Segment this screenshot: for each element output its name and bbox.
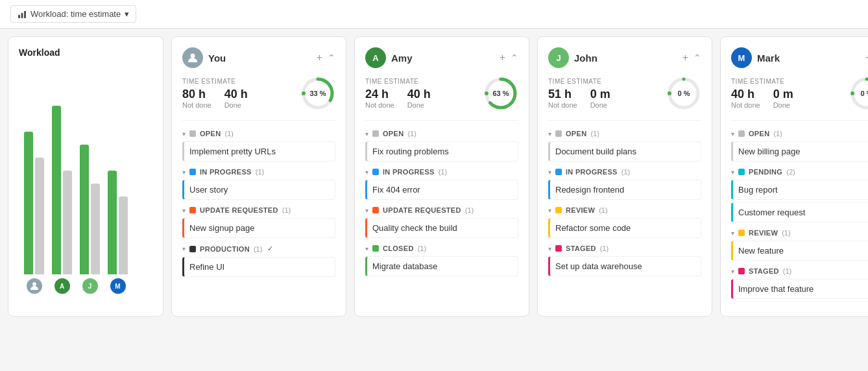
avatar-mark: M bbox=[731, 47, 752, 68]
person-header-amy: AAmy+⌃ bbox=[365, 47, 518, 68]
person-name-amy: Amy bbox=[391, 53, 413, 64]
status-header-update_requested[interactable]: ▾UPDATE REQUESTED(1) bbox=[365, 206, 518, 214]
done-label-you: Done bbox=[224, 101, 248, 109]
status-header-staged[interactable]: ▾STAGED(1) bbox=[731, 267, 868, 275]
status-name-staged: STAGED bbox=[566, 245, 596, 252]
header-actions-amy: +⌃ bbox=[500, 52, 518, 64]
status-group-review: ▾REVIEW(1)Refactor some code bbox=[548, 206, 701, 238]
status-groups-john: ▾OPEN(1)Document build plans▾IN PROGRESS… bbox=[548, 130, 701, 276]
status-count-open: (1) bbox=[407, 130, 416, 138]
status-name-update_requested: UPDATE REQUESTED bbox=[383, 206, 461, 214]
task-item[interactable]: Customer request bbox=[731, 202, 868, 222]
status-name-production: PRODUCTION bbox=[200, 245, 250, 253]
bar-stack-mark bbox=[108, 171, 128, 274]
task-item[interactable]: Redesign frontend bbox=[548, 180, 701, 200]
status-header-closed[interactable]: ▾CLOSED(1) bbox=[365, 245, 518, 252]
status-chevron-closed: ▾ bbox=[365, 245, 368, 252]
task-item[interactable]: Set up data warehouse bbox=[548, 256, 701, 276]
svg-point-4 bbox=[191, 54, 195, 58]
status-group-open: ▾OPEN(1)Document build plans bbox=[548, 130, 701, 162]
collapse-col-john[interactable]: ⌃ bbox=[693, 53, 701, 63]
task-item[interactable]: Refine UI bbox=[182, 257, 335, 277]
persons-container: You+⌃TIME ESTIMATE80 hNot done40 hDone 3… bbox=[171, 36, 868, 317]
not-done-value-john: 51 h bbox=[548, 88, 577, 101]
task-name: New feature bbox=[738, 246, 784, 256]
status-header-open[interactable]: ▾OPEN(1) bbox=[182, 130, 335, 138]
status-dot-production bbox=[189, 246, 196, 252]
task-item[interactable]: Refactor some code bbox=[548, 218, 701, 238]
collapse-col-you[interactable]: ⌃ bbox=[328, 53, 335, 63]
done-value-john: 0 m bbox=[590, 88, 610, 101]
status-name-closed: CLOSED bbox=[383, 245, 414, 252]
status-group-in_progress: ▾IN PROGRESS(1)Fix 404 error bbox=[365, 168, 518, 200]
status-group-update_requested: ▾UPDATE REQUESTED(1)Quality check the bu… bbox=[365, 206, 518, 238]
time-stats-amy: TIME ESTIMATE24 hNot done40 hDone bbox=[365, 78, 431, 109]
status-dot-open bbox=[189, 130, 196, 137]
status-header-in_progress[interactable]: ▾IN PROGRESS(1) bbox=[548, 168, 701, 176]
workload-button[interactable]: Workload: time estimate ▾ bbox=[10, 5, 136, 23]
status-count-open: (1) bbox=[773, 130, 782, 138]
task-name: Fix 404 error bbox=[372, 185, 420, 195]
avatar-john: J bbox=[548, 47, 569, 68]
task-item[interactable]: New billing page bbox=[731, 141, 868, 162]
task-item[interactable]: Fix routing problems bbox=[365, 141, 518, 162]
collapse-col-amy[interactable]: ⌃ bbox=[511, 53, 518, 63]
not-done-value-mark: 40 h bbox=[731, 88, 760, 101]
add-task-mark[interactable]: + bbox=[865, 52, 868, 64]
task-item[interactable]: User story bbox=[182, 180, 335, 200]
status-group-review: ▾REVIEW(1)New feature bbox=[731, 229, 868, 261]
add-task-john[interactable]: + bbox=[682, 52, 688, 64]
svg-point-16 bbox=[850, 91, 854, 95]
task-item[interactable]: Improve that feature bbox=[731, 279, 868, 299]
task-name: Document build plans bbox=[555, 147, 636, 156]
svg-rect-0 bbox=[18, 15, 20, 18]
status-header-pending[interactable]: ▾PENDING(2) bbox=[731, 168, 868, 176]
header-actions-you: +⌃ bbox=[317, 52, 335, 64]
task-item[interactable]: Implement pretty URLs bbox=[182, 141, 335, 162]
donut-you: 33 % bbox=[300, 76, 335, 111]
workload-panel: Workload AJM bbox=[8, 36, 163, 317]
status-header-open[interactable]: ▾OPEN(1) bbox=[365, 130, 518, 138]
chart-avatar-you bbox=[27, 278, 42, 294]
done-label-john: Done bbox=[590, 101, 610, 109]
status-chevron-in_progress: ▾ bbox=[182, 169, 186, 176]
status-name-review: REVIEW bbox=[749, 229, 778, 237]
status-header-open[interactable]: ▾OPEN(1) bbox=[548, 130, 701, 138]
task-item[interactable]: Quality check the build bbox=[365, 218, 518, 238]
status-chevron-production: ▾ bbox=[182, 245, 186, 252]
task-item[interactable]: New feature bbox=[731, 241, 868, 261]
status-dot-in_progress bbox=[189, 169, 196, 175]
status-header-update_requested[interactable]: ▾UPDATE REQUESTED(1) bbox=[182, 206, 335, 214]
status-header-in_progress[interactable]: ▾IN PROGRESS(1) bbox=[182, 168, 335, 176]
task-item[interactable]: New signup page bbox=[182, 218, 335, 238]
not-done-label-mark: Not done bbox=[731, 101, 760, 109]
time-stats-you: TIME ESTIMATE80 hNot done40 hDone bbox=[182, 78, 248, 109]
status-chevron-staged: ▾ bbox=[731, 268, 734, 275]
status-name-in_progress: IN PROGRESS bbox=[200, 168, 252, 176]
status-header-review[interactable]: ▾REVIEW(1) bbox=[731, 229, 868, 237]
status-group-in_progress: ▾IN PROGRESS(1)User story bbox=[182, 168, 335, 200]
add-task-amy[interactable]: + bbox=[500, 52, 505, 64]
status-header-staged[interactable]: ▾STAGED(1) bbox=[548, 245, 701, 252]
task-name: Implement pretty URLs bbox=[189, 147, 276, 156]
avatar-you bbox=[182, 47, 203, 68]
status-group-open: ▾OPEN(1)Implement pretty URLs bbox=[182, 130, 335, 162]
add-task-you[interactable]: + bbox=[317, 52, 322, 64]
status-count-update_requested: (1) bbox=[282, 206, 291, 214]
gray-bar-amy bbox=[63, 171, 72, 274]
status-header-production[interactable]: ▾PRODUCTION(1)✓ bbox=[182, 245, 335, 253]
status-header-open[interactable]: ▾OPEN(1) bbox=[731, 130, 868, 138]
task-item[interactable]: Migrate database bbox=[365, 256, 518, 276]
chart-area: AJM bbox=[19, 66, 152, 299]
status-count-production: (1) bbox=[254, 245, 262, 253]
status-chevron-update_requested: ▾ bbox=[365, 207, 368, 214]
person-col-amy: AAmy+⌃TIME ESTIMATE24 hNot done40 hDone … bbox=[354, 36, 529, 317]
status-header-in_progress[interactable]: ▾IN PROGRESS(1) bbox=[365, 168, 518, 176]
status-count-review: (1) bbox=[782, 229, 790, 237]
task-item[interactable]: Fix 404 error bbox=[365, 180, 518, 200]
task-name: Refine UI bbox=[189, 262, 224, 272]
bar-stack-amy bbox=[52, 106, 72, 274]
status-header-review[interactable]: ▾REVIEW(1) bbox=[548, 206, 701, 214]
task-item[interactable]: Document build plans bbox=[548, 141, 701, 162]
task-item[interactable]: Bug report bbox=[731, 180, 868, 200]
